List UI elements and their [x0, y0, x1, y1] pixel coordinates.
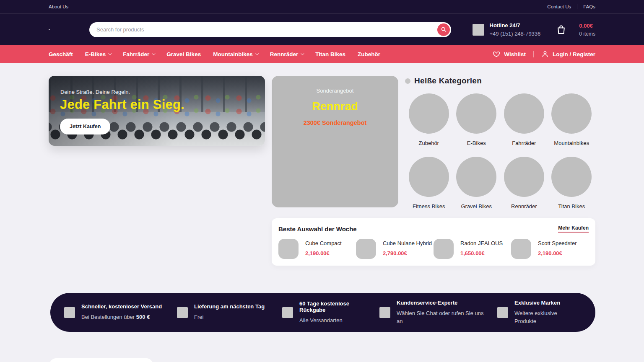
category-image: [551, 93, 592, 134]
category-label: Titan Bikes: [558, 203, 585, 209]
user-icon: [541, 50, 549, 58]
login-register-link[interactable]: Login / Register: [541, 50, 595, 58]
feature-exclusive-brands: Exklusive Marken Weitere exklusive Produ…: [497, 300, 582, 326]
feature-subtitle-text: Bei Bestellungen über: [81, 314, 135, 320]
topbar-about-link[interactable]: About Us: [49, 4, 68, 9]
chevron-down-icon: [152, 52, 156, 55]
category-fahrraeder[interactable]: Fahrräder: [500, 93, 548, 146]
weekly-heading: Beste Auswahl der Woche: [278, 225, 357, 233]
weekly-header: Beste Auswahl der Woche Mehr Kaufen: [278, 225, 589, 233]
nav-item-rennraeder[interactable]: Rennräder: [270, 51, 304, 57]
nav-item-gravel-bikes[interactable]: Gravel Bikes: [166, 51, 201, 57]
support-icon: [379, 307, 390, 318]
category-rennraeder[interactable]: Rennräder: [500, 157, 548, 209]
nav-item-mountainbikes[interactable]: Mountainbikes: [213, 51, 258, 57]
hero-banner[interactable]: Deine Straße. Deine Regeln. Jede Fahrt e…: [49, 76, 265, 146]
feature-subtitle: Bei Bestellungen über 500 €: [81, 313, 162, 321]
topbar-faqs-link[interactable]: FAQs: [583, 4, 595, 9]
feature-title: 60 Tage kostenlose Rückgabe: [299, 300, 372, 313]
product-cube-compact[interactable]: Cube Compact 2,190.00€: [278, 239, 356, 259]
category-label: Rennräder: [511, 203, 537, 209]
hotline: Hotline 24/7 +49 (151) 248-79336: [473, 22, 541, 37]
site-logo[interactable]: [49, 29, 50, 30]
nav-right: Wishlist Login / Register: [493, 50, 595, 58]
category-label: E-Bikes: [467, 140, 486, 146]
product-cube-nulane-hybrid[interactable]: Cube Nulane Hybrid 2,790.00€: [356, 239, 434, 259]
category-image: [551, 157, 592, 197]
promo-price: 2300€ Sonderangebot: [272, 119, 398, 126]
hot-categories-section: Heiße Kategorien Zubehör E-Bikes: [405, 76, 595, 209]
product-thumbnail: [434, 239, 454, 259]
main-nav: Geschäft E-Bikes Fahrräder Gravel Bikes …: [0, 45, 644, 63]
promo-and-categories: Sonderangebot Rennrad 2300€ Sonderangebo…: [272, 76, 595, 209]
nav-item-label: Zubehör: [358, 51, 380, 57]
feature-subtitle-text: Weitere exklusive Produkte: [514, 310, 557, 325]
category-titan-bikes[interactable]: Titan Bikes: [548, 157, 596, 209]
category-image: [409, 93, 449, 134]
category-gravel-bikes[interactable]: Gravel Bikes: [453, 157, 501, 209]
hero-cta-button[interactable]: Jetzt Kaufen: [60, 119, 110, 134]
cart-divider: [573, 23, 573, 36]
topbar: About Us Contact Us FAQs: [0, 0, 644, 14]
nav-item-zubehoer[interactable]: Zubehör: [358, 51, 380, 57]
feature-customer-service: Kundenservice-Experte Wählen Sie Chat od…: [379, 300, 497, 326]
promo-title: Rennrad: [272, 100, 398, 113]
feature-free-returns: 60 Tage kostenlose Rückgabe Alle Versand…: [282, 300, 379, 325]
nav-item-label: E-Bikes: [85, 51, 106, 57]
nav-item-label: Gravel Bikes: [166, 51, 201, 57]
hotline-icon: [473, 24, 484, 36]
topbar-contact-link[interactable]: Contact Us: [547, 4, 571, 9]
nav-item-fahrraeder[interactable]: Fahrräder: [123, 51, 154, 57]
shop-more-link[interactable]: Mehr Kaufen: [558, 225, 589, 233]
login-register-label: Login / Register: [553, 51, 595, 57]
topbar-divider: [577, 4, 577, 9]
feature-free-shipping: Schneller, kostenloser Versand Bei Beste…: [64, 303, 177, 321]
category-label: Fahrräder: [512, 140, 536, 146]
features-bar: Schneller, kostenloser Versand Bei Beste…: [50, 293, 595, 332]
bullet-icon: [405, 78, 410, 84]
cart-widget[interactable]: 0.00€ 0 items: [556, 23, 595, 37]
chevron-down-icon: [255, 52, 259, 55]
chevron-down-icon: [108, 52, 112, 55]
categories-heading: Heiße Kategorien: [414, 76, 482, 85]
weekly-picks-card: Beste Auswahl der Woche Mehr Kaufen Cube…: [272, 218, 595, 266]
nav-item-titan-bikes[interactable]: Titan Bikes: [315, 51, 345, 57]
search-button[interactable]: [437, 23, 450, 36]
product-price: 2,790.00€: [383, 250, 432, 256]
main-content: Deine Straße. Deine Regeln. Jede Fahrt e…: [0, 63, 644, 266]
search-input[interactable]: [89, 22, 451, 37]
category-fitness-bikes[interactable]: Fitness Bikes: [405, 157, 453, 209]
product-thumbnail: [511, 239, 531, 259]
product-radon-jealous[interactable]: Radon JEALOUS 1,650.00€: [434, 239, 511, 259]
product-name: Cube Nulane Hybrid: [383, 240, 432, 246]
category-image: [409, 157, 449, 197]
product-thumbnail: [356, 239, 376, 259]
feature-subtitle: Wählen Sie Chat oder rufen Sie uns an: [397, 309, 490, 326]
shipping-icon: [64, 307, 75, 318]
feature-title: Kundenservice-Experte: [397, 300, 490, 306]
nav-item-e-bikes[interactable]: E-Bikes: [85, 51, 111, 57]
categories-header: Heiße Kategorien: [405, 76, 595, 85]
product-name: Scott Speedster: [538, 240, 577, 246]
category-e-bikes[interactable]: E-Bikes: [453, 93, 501, 146]
category-image: [504, 93, 544, 134]
cart-total: 0.00€: [579, 23, 595, 29]
category-image: [456, 157, 496, 197]
wishlist-link[interactable]: Wishlist: [493, 50, 526, 58]
promo-card[interactable]: Sonderangebot Rennrad 2300€ Sonderangebo…: [272, 76, 398, 207]
category-zubehoer[interactable]: Zubehör: [405, 93, 453, 146]
product-scott-speedster[interactable]: Scott Speedster 2,190.00€: [511, 239, 589, 259]
wishlist-label: Wishlist: [504, 51, 526, 57]
returns-icon: [282, 307, 293, 318]
feature-subtitle-text: Wählen Sie Chat oder rufen Sie uns an: [397, 310, 483, 325]
hero-kicker: Deine Straße. Deine Regeln.: [60, 89, 130, 95]
product-name: Cube Compact: [305, 240, 342, 246]
brands-icon: [497, 307, 508, 318]
product-price: 2,190.00€: [538, 250, 577, 256]
category-mountainbikes[interactable]: Mountainbikes: [548, 93, 596, 146]
feature-next-day-delivery: Lieferung am nächsten Tag Frei: [177, 303, 282, 321]
feature-subtitle: Alle Versandarten: [299, 316, 372, 325]
nav-item-geschaeft[interactable]: Geschäft: [49, 51, 73, 57]
delivery-icon: [177, 307, 188, 318]
feature-subtitle-bold: 500 €: [136, 314, 150, 320]
